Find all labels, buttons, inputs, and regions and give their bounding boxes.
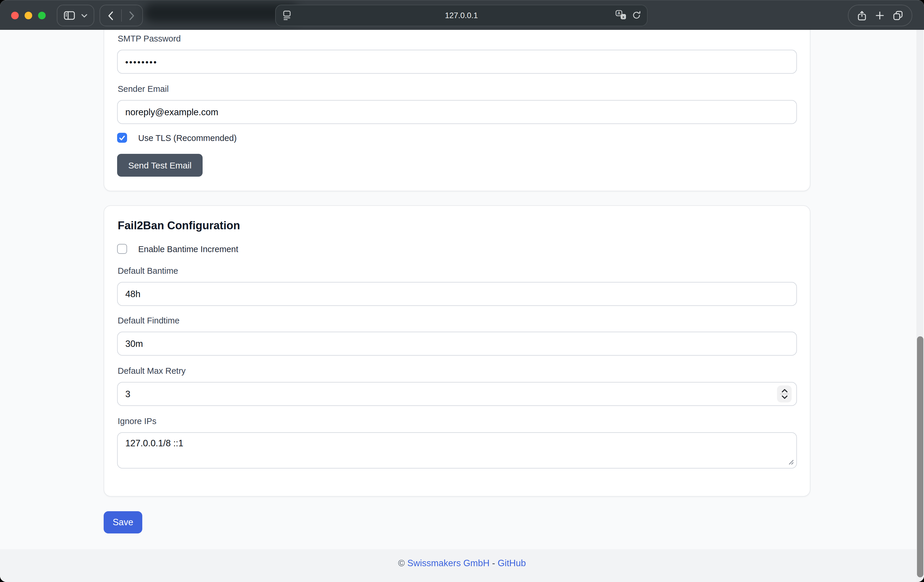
use-tls-label: Use TLS (Recommended): [138, 133, 236, 142]
share-icon[interactable]: [857, 10, 866, 21]
stepper-divider: [780, 394, 789, 394]
reload-icon[interactable]: [632, 10, 641, 20]
stepper-up-icon[interactable]: [781, 389, 787, 393]
smtp-password-input[interactable]: [117, 50, 797, 74]
footer-separator: -: [490, 558, 498, 568]
default-bantime-label: Default Bantime: [118, 266, 178, 276]
footer: © Swissmakers GmbH - GitHub: [0, 558, 924, 569]
github-link[interactable]: GitHub: [498, 558, 526, 568]
nav-buttons-group: [99, 5, 143, 26]
forward-icon[interactable]: [129, 11, 135, 20]
default-findtime-label: Default Findtime: [118, 316, 180, 325]
sender-email-input[interactable]: [117, 100, 797, 124]
minimize-window-button[interactable]: [24, 12, 32, 19]
svg-text:x: x: [622, 15, 624, 19]
close-window-button[interactable]: [11, 12, 18, 19]
bantime-increment-label: Enable Bantime Increment: [138, 244, 238, 253]
number-stepper[interactable]: [777, 385, 792, 403]
chevron-down-icon[interactable]: [81, 14, 87, 17]
back-icon[interactable]: [108, 11, 114, 20]
save-button[interactable]: Save: [104, 511, 142, 533]
page-content: SMTP Password Sender Email Use TLS (Reco…: [0, 30, 924, 582]
bantime-increment-row: Enable Bantime Increment: [117, 244, 238, 254]
stepper-down-icon[interactable]: [781, 395, 787, 399]
sidebar-toggle-group: [57, 5, 94, 26]
smtp-password-label: SMTP Password: [118, 34, 181, 43]
ignore-ips-textarea[interactable]: 127.0.0.1/8 ::1: [117, 432, 797, 469]
toolbar-actions-group: [848, 5, 912, 26]
translate-icon[interactable]: A x: [615, 10, 627, 20]
send-test-email-button[interactable]: Send Test Email: [117, 154, 203, 177]
zoom-window-button[interactable]: [38, 12, 45, 19]
new-tab-icon[interactable]: [875, 11, 884, 20]
browser-toolbar: 127.0.0.1 A x: [0, 0, 924, 30]
tab-overview-icon[interactable]: [893, 10, 903, 20]
url-text[interactable]: 127.0.0.1: [276, 11, 647, 20]
browser-window: 127.0.0.1 A x: [0, 0, 924, 582]
address-bar[interactable]: 127.0.0.1 A x: [275, 5, 648, 26]
sender-email-label: Sender Email: [118, 84, 168, 94]
use-tls-checkbox[interactable]: [117, 133, 127, 143]
company-link[interactable]: Swissmakers GmbH: [407, 558, 490, 568]
ignore-ips-label: Ignore IPs: [118, 416, 156, 426]
default-findtime-input[interactable]: [117, 332, 797, 356]
nav-divider: [121, 9, 122, 21]
svg-text:A: A: [617, 11, 620, 15]
sidebar-icon[interactable]: [64, 11, 75, 20]
bantime-increment-checkbox[interactable]: [117, 244, 127, 254]
scrollbar-thumb[interactable]: [917, 336, 923, 577]
textarea-resize-handle[interactable]: [787, 458, 794, 465]
use-tls-row: Use TLS (Recommended): [117, 133, 236, 143]
default-bantime-input[interactable]: [117, 282, 797, 306]
default-max-retry-input[interactable]: [117, 382, 797, 406]
default-max-retry-label: Default Max Retry: [118, 366, 186, 375]
fail2ban-title: Fail2Ban Configuration: [118, 219, 240, 232]
checkmark-icon: [119, 135, 125, 141]
copyright-symbol: ©: [398, 558, 405, 568]
